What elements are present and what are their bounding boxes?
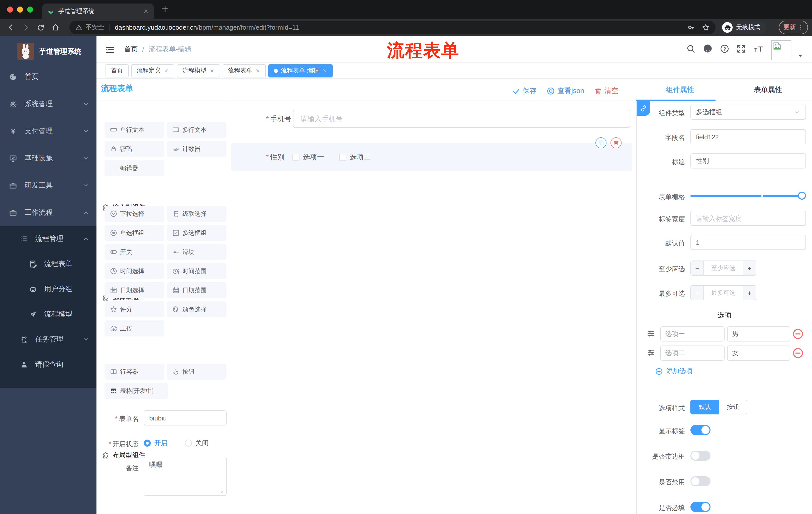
sidebar-item-leave-query[interactable]: 请假查询 bbox=[0, 352, 96, 377]
breadcrumb-home[interactable]: 首页 bbox=[124, 45, 138, 54]
option-value-input[interactable] bbox=[727, 346, 790, 360]
tag-chip-process-form[interactable]: 流程表单 bbox=[223, 64, 266, 77]
sidebar-item-workflow[interactable]: 工作流程 bbox=[0, 199, 96, 226]
option-style-button[interactable]: 按钮 bbox=[719, 400, 747, 414]
status-radio-on[interactable]: 开启 bbox=[144, 438, 167, 448]
palette-item-single-text[interactable]: 单行文本 bbox=[105, 122, 164, 138]
drag-handle-icon[interactable] bbox=[647, 349, 655, 357]
fullscreen-icon[interactable] bbox=[736, 44, 746, 53]
close-icon[interactable] bbox=[322, 68, 327, 73]
palette-item-button[interactable]: 按钮 bbox=[167, 363, 226, 380]
component-type-select[interactable]: 多选框组 bbox=[690, 105, 806, 120]
address-bar[interactable]: 不安全 dashboard.yudao.iocoder.cn/bpm/manag… bbox=[69, 21, 716, 34]
clear-button[interactable]: 清空 bbox=[594, 86, 618, 96]
close-icon[interactable] bbox=[255, 68, 260, 73]
option-label-input[interactable] bbox=[660, 346, 725, 360]
stepper-plus-button[interactable]: + bbox=[743, 261, 756, 275]
palette-item-time[interactable]: 时间选择 bbox=[105, 263, 164, 279]
palette-item-multi-text[interactable]: 多行文本 bbox=[167, 122, 226, 138]
option-label-input[interactable] bbox=[660, 326, 725, 342]
save-button[interactable]: 保存 bbox=[513, 86, 536, 96]
sidebar-item-home[interactable]: 首页 bbox=[0, 63, 96, 90]
sidebar-item-process-mgmt[interactable]: 流程管理 bbox=[0, 226, 96, 251]
sidebar-item-payment[interactable]: 支付管理 bbox=[0, 118, 96, 145]
sidebar-item-system[interactable]: 系统管理 bbox=[0, 90, 96, 118]
checkbox-icon[interactable] bbox=[339, 154, 346, 161]
security-label[interactable]: 不安全 bbox=[85, 23, 104, 32]
slider-track[interactable] bbox=[690, 195, 806, 197]
palette-item-rate[interactable]: 评分 bbox=[105, 301, 164, 317]
form-grid-slider[interactable] bbox=[690, 192, 806, 200]
title-input[interactable] bbox=[690, 154, 806, 168]
avatar[interactable] bbox=[771, 40, 791, 60]
tab-component-props[interactable]: 组件属性 bbox=[636, 79, 724, 101]
palette-item-editor[interactable]: 编辑器 bbox=[105, 160, 164, 176]
palette-item-checkbox-group[interactable]: 多选框组 bbox=[167, 225, 226, 241]
palette-item-switch[interactable]: 开关 bbox=[105, 244, 164, 260]
selected-component-gender[interactable]: *性别 选项一 选项二 bbox=[231, 143, 632, 171]
sidebar-item-process-model[interactable]: 流程模型 bbox=[0, 302, 96, 327]
caret-down-icon[interactable] bbox=[797, 53, 804, 59]
palette-item-table[interactable]: 表格[开发中] bbox=[105, 383, 168, 399]
border-toggle[interactable] bbox=[690, 451, 710, 461]
forward-icon[interactable] bbox=[22, 23, 30, 32]
show-label-toggle[interactable] bbox=[690, 425, 710, 435]
palette-item-row-container[interactable]: 行容器 bbox=[105, 363, 164, 380]
palette-item-date[interactable]: 日期选择 bbox=[105, 282, 164, 298]
stepper-plus-button[interactable]: + bbox=[743, 286, 756, 300]
home-icon[interactable] bbox=[51, 23, 60, 32]
default-value-input[interactable] bbox=[690, 235, 806, 250]
component-delete-button[interactable] bbox=[610, 137, 621, 148]
tag-chip-home[interactable]: 首页 bbox=[106, 64, 128, 77]
add-option-button[interactable]: 添加选项 bbox=[655, 367, 692, 376]
gender-option-2[interactable]: 选项二 bbox=[339, 153, 371, 162]
palette-item-counter[interactable]: 计数器 bbox=[167, 141, 226, 157]
github-icon[interactable] bbox=[703, 44, 713, 53]
bookmark-star-icon[interactable] bbox=[702, 24, 709, 31]
remove-option-icon[interactable] bbox=[792, 348, 804, 359]
label-width-input[interactable] bbox=[690, 211, 806, 226]
palette-item-password[interactable]: 密码 bbox=[105, 141, 164, 157]
sidebar-item-infra[interactable]: 基础设施 bbox=[0, 145, 96, 172]
back-icon[interactable] bbox=[6, 23, 15, 32]
gender-option-1[interactable]: 选项一 bbox=[292, 153, 324, 162]
status-radio-off[interactable]: 关闭 bbox=[185, 438, 208, 448]
checkbox-icon[interactable] bbox=[292, 154, 299, 161]
tag-chip-process-form-edit[interactable]: 流程表单-编辑 bbox=[268, 64, 332, 77]
min-select-placeholder[interactable]: 至少应选 bbox=[704, 261, 743, 275]
remove-option-icon[interactable] bbox=[792, 328, 804, 340]
hamburger-icon[interactable] bbox=[105, 45, 115, 55]
reload-icon[interactable] bbox=[37, 23, 45, 31]
window-minimize-button[interactable] bbox=[17, 6, 23, 12]
sidebar-item-process-form[interactable]: 流程表单 bbox=[0, 251, 96, 277]
view-json-button[interactable]: 查看json bbox=[547, 86, 584, 96]
component-copy-button[interactable] bbox=[596, 137, 607, 148]
sidebar-item-user-group[interactable]: 用户分组 bbox=[0, 277, 96, 302]
stepper-minus-button[interactable]: − bbox=[691, 286, 704, 300]
help-icon[interactable] bbox=[720, 44, 729, 53]
close-icon[interactable] bbox=[209, 68, 214, 73]
option-value-input[interactable] bbox=[727, 326, 790, 342]
option-style-default[interactable]: 默认 bbox=[690, 400, 719, 414]
search-icon[interactable] bbox=[686, 44, 695, 53]
palette-item-time-range[interactable]: 时间范围 bbox=[167, 263, 226, 279]
new-tab-button[interactable] bbox=[161, 4, 169, 13]
palette-item-upload[interactable]: 上传 bbox=[105, 320, 164, 336]
palette-item-radio-group[interactable]: 单选框组 bbox=[105, 225, 164, 241]
remark-textarea[interactable]: 嘿嘿 bbox=[144, 457, 227, 496]
max-select-placeholder[interactable]: 最多可选 bbox=[704, 286, 743, 300]
resize-handle-icon[interactable] bbox=[218, 488, 224, 494]
stepper-minus-button[interactable]: − bbox=[691, 261, 704, 275]
palette-item-select[interactable]: 下拉选择 bbox=[105, 206, 164, 222]
palette-item-slider[interactable]: 滑块 bbox=[167, 244, 226, 260]
palette-item-date-range[interactable]: 日期范围 bbox=[167, 282, 226, 298]
field-name-input[interactable] bbox=[690, 129, 806, 144]
palette-item-cascade[interactable]: 级联选择 bbox=[167, 206, 226, 222]
browser-update-button[interactable]: 更新 bbox=[779, 21, 808, 34]
tag-chip-process-model[interactable]: 流程模型 bbox=[177, 64, 220, 77]
slider-handle[interactable] bbox=[798, 192, 806, 200]
window-close-button[interactable] bbox=[7, 6, 13, 12]
window-zoom-button[interactable] bbox=[27, 6, 33, 12]
browser-tab[interactable]: 芋道管理系统 bbox=[42, 3, 154, 19]
drag-handle-icon[interactable] bbox=[647, 329, 655, 338]
